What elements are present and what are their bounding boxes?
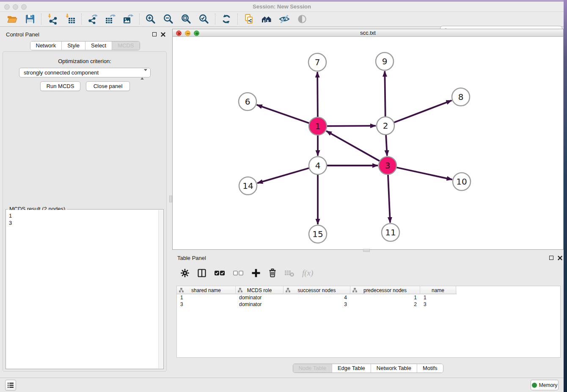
optimization-criterion-label: Optimization criterion: <box>3 58 166 64</box>
export-network-icon[interactable] <box>87 14 98 25</box>
function-builder-icon[interactable]: f(x) <box>302 268 313 278</box>
edge-4-14[interactable] <box>257 166 318 183</box>
column-header-label: MCDS role <box>247 287 272 293</box>
tab-style[interactable]: Style <box>61 41 85 50</box>
select-all-checkboxes-icon[interactable] <box>214 268 225 278</box>
table-cell[interactable]: dominator <box>236 294 284 301</box>
vertical-splitter-handle[interactable] <box>169 196 172 202</box>
horizontal-splitter-handle[interactable] <box>363 249 370 252</box>
network-frame-titlebar: scc.txt <box>173 29 563 37</box>
toolbar-divider <box>215 14 215 25</box>
app-title: Session: New Session <box>0 2 564 12</box>
table-cell[interactable]: 3 <box>284 301 350 308</box>
column-header-predecessor-nodes[interactable]: predecessor nodes <box>350 286 420 294</box>
run-mcds-button[interactable]: Run MCDS <box>40 81 80 91</box>
float-panel-icon[interactable] <box>152 32 158 37</box>
network-canvas[interactable]: 7968124314101511 <box>173 37 563 250</box>
graph-node-label: 1 <box>315 121 321 131</box>
close-panel-button[interactable]: Close panel <box>86 81 130 91</box>
table-cell[interactable]: 1 <box>177 294 236 301</box>
add-column-icon[interactable] <box>251 268 261 278</box>
mcds-result-area[interactable]: 13 <box>6 210 158 368</box>
table-row[interactable]: 3dominator323 <box>177 301 560 308</box>
export-image-icon[interactable] <box>123 14 134 25</box>
export-table-icon[interactable] <box>105 14 116 25</box>
status-bar: Memory <box>0 378 564 392</box>
refresh-icon[interactable] <box>221 14 232 25</box>
float-table-panel-icon[interactable] <box>549 255 555 261</box>
zoom-selected-icon[interactable] <box>198 14 209 25</box>
delete-column-icon[interactable] <box>268 268 277 278</box>
tab-network[interactable]: Network <box>30 41 61 50</box>
column-header-shared-name[interactable]: shared name <box>177 286 236 294</box>
memory-status-icon <box>532 383 537 388</box>
table-panel-tabs: Node TableEdge TableNetwork TableMotifs <box>292 364 443 373</box>
graph-node-label: 11 <box>385 227 396 237</box>
edge-1-6[interactable] <box>257 105 318 126</box>
zoom-fit-icon[interactable] <box>181 14 192 25</box>
network-frame-title: scc.txt <box>173 29 563 36</box>
first-neighbors-icon[interactable] <box>261 14 272 25</box>
deselect-all-checkboxes-icon[interactable] <box>233 268 244 278</box>
import-network-icon[interactable] <box>47 14 58 25</box>
column-layout-icon[interactable] <box>197 268 206 278</box>
delete-table-icon[interactable] <box>284 269 295 277</box>
mcds-result-fieldset: MCDS result (2 nodes) 13 <box>6 209 164 369</box>
column-header-label: predecessor nodes <box>363 287 407 293</box>
select-stepper-icon <box>140 70 147 79</box>
column-header-name[interactable]: name <box>420 286 456 294</box>
open-session-icon[interactable] <box>7 14 18 25</box>
column-header-MCDS-role[interactable]: MCDS role <box>236 286 284 294</box>
show-all-icon[interactable] <box>297 14 308 25</box>
result-scrollbar[interactable] <box>158 210 163 368</box>
table-toolbar: f(x) <box>176 264 317 282</box>
desktop-background-top <box>0 0 567 2</box>
toolbar-divider <box>81 14 82 25</box>
tab-mcds[interactable]: MCDS <box>112 41 139 50</box>
tab-select[interactable]: Select <box>85 41 112 50</box>
graph-node-label: 10 <box>456 177 467 187</box>
zoom-in-icon[interactable] <box>145 14 156 25</box>
tab-node-table[interactable]: Node Table <box>293 364 332 373</box>
table-row[interactable]: 1dominator411 <box>177 294 560 301</box>
table-cell[interactable]: 4 <box>284 294 350 301</box>
table-cell[interactable]: 1 <box>350 294 420 301</box>
close-panel-icon[interactable] <box>160 32 166 37</box>
control-panel: Control Panel NetworkStyleSelectMCDS Opt… <box>0 29 170 375</box>
mcds-result-line: 3 <box>9 219 155 226</box>
edge-2-8[interactable] <box>385 100 452 126</box>
task-history-button[interactable] <box>5 380 16 391</box>
hide-selected-icon[interactable] <box>279 14 290 25</box>
column-header-successor-nodes[interactable]: successor nodes <box>284 286 350 294</box>
edge-3-1[interactable] <box>326 131 388 166</box>
table-cell[interactable]: dominator <box>236 301 284 308</box>
settings-gear-icon[interactable] <box>180 268 190 278</box>
close-table-panel-icon[interactable] <box>557 255 563 261</box>
edge-3-10[interactable] <box>388 166 452 179</box>
tab-motifs[interactable]: Motifs <box>417 364 443 373</box>
tab-edge-table[interactable]: Edge Table <box>332 364 371 373</box>
graph-node-label: 3 <box>385 160 391 171</box>
save-session-icon[interactable] <box>25 14 36 25</box>
table-body: 1dominator4113dominator323 <box>177 294 560 308</box>
graph-node-label: 2 <box>383 121 388 131</box>
table-cell[interactable]: 3 <box>420 301 456 308</box>
memory-button[interactable]: Memory <box>531 380 559 390</box>
table-cell[interactable]: 2 <box>350 301 420 308</box>
table-panel-title: Table Panel <box>177 255 206 261</box>
control-panel-title: Control Panel <box>6 31 39 38</box>
app-titlebar: Session: New Session <box>0 2 564 12</box>
clone-network-icon[interactable] <box>243 14 254 25</box>
import-table-icon[interactable] <box>65 14 76 25</box>
list-icon <box>7 381 14 389</box>
control-panel-tabs: NetworkStyleSelectMCDS <box>30 41 140 50</box>
tab-network-table[interactable]: Network Table <box>371 364 417 373</box>
graph-node-label: 14 <box>242 181 253 191</box>
zoom-out-icon[interactable] <box>163 14 174 25</box>
graph-node-label: 7 <box>315 57 320 67</box>
criterion-select[interactable]: strongly connected component <box>19 68 151 77</box>
table-cell[interactable]: 3 <box>177 301 236 308</box>
mcds-panel: Optimization criterion: strongly connect… <box>3 51 167 372</box>
table-cell[interactable]: 1 <box>420 294 456 301</box>
criterion-value: strongly connected component <box>24 69 99 76</box>
